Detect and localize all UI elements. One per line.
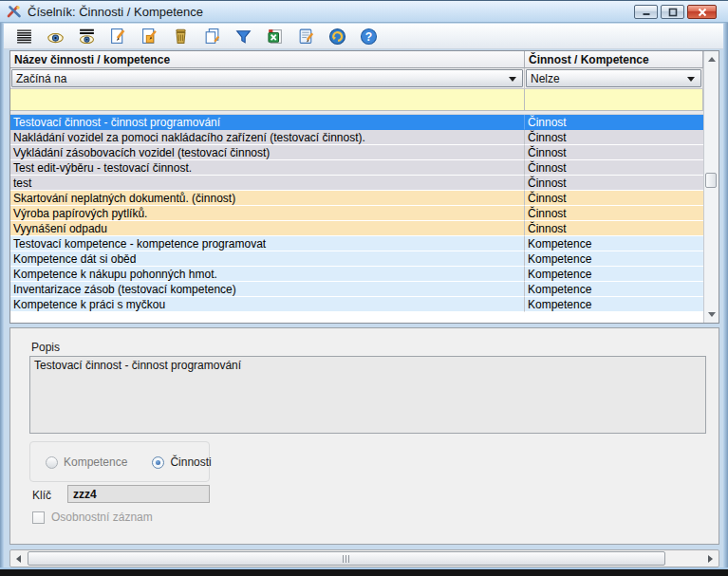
window-border bbox=[0, 569, 728, 576]
cell-name[interactable]: Test edit-výběru - testovací činnost. bbox=[10, 160, 525, 176]
name-filter-value: Začíná na bbox=[16, 72, 66, 85]
radio-button[interactable] bbox=[46, 456, 58, 469]
delete-record-button[interactable] bbox=[169, 26, 192, 47]
cell-name[interactable]: Vykládání zásobovacích vozidel (testovac… bbox=[10, 145, 525, 160]
close-icon bbox=[698, 8, 707, 17]
radio-item-cinnosti[interactable]: Činnosti bbox=[152, 455, 211, 469]
edit-note-button[interactable] bbox=[294, 26, 317, 47]
table-row[interactable]: Nakládání vozidel za pomoci nakládacího … bbox=[10, 130, 703, 145]
cell-name[interactable]: Výroba papírových pytlíků. bbox=[10, 206, 525, 221]
cell-type[interactable]: Kompetence bbox=[525, 267, 703, 282]
radio-label-cinnosti: Činnosti bbox=[170, 455, 211, 469]
minimize-button[interactable] bbox=[634, 5, 658, 19]
type-search-input[interactable] bbox=[525, 89, 703, 110]
table-row[interactable]: Kompetence k práci s myčkouKompetence bbox=[10, 297, 703, 312]
chevron-down-icon bbox=[509, 77, 516, 82]
table-row[interactable]: Výroba papírových pytlíků.Činnost bbox=[10, 206, 703, 221]
horizontal-scrollbar[interactable] bbox=[9, 549, 719, 567]
search-row bbox=[10, 89, 703, 111]
cell-type[interactable]: Činnost bbox=[525, 145, 703, 160]
filter-row: Začíná na Nelze bbox=[10, 68, 703, 89]
cell-name[interactable]: Testovací činnost - činnost programování bbox=[10, 115, 525, 130]
triangle-down-icon bbox=[708, 312, 716, 317]
cell-name[interactable]: Testovací kompetence - kompetence progra… bbox=[10, 236, 525, 251]
table-row[interactable]: Kompetence dát si obědKompetence bbox=[10, 251, 703, 267]
cell-type[interactable]: Kompetence bbox=[525, 297, 703, 312]
cell-type[interactable]: Kompetence bbox=[525, 251, 703, 267]
key-field[interactable]: zzz4 bbox=[67, 485, 210, 503]
cell-type[interactable]: Činnost bbox=[525, 160, 703, 176]
radio-button[interactable] bbox=[152, 456, 164, 469]
maximize-button[interactable] bbox=[661, 5, 684, 19]
toolbar: ? bbox=[4, 24, 724, 49]
cell-name[interactable]: Inventarizace zásob (testovací kompetenc… bbox=[10, 282, 525, 297]
edit-note-icon bbox=[297, 28, 315, 46]
filter-icon bbox=[234, 28, 252, 46]
scroll-right-button[interactable] bbox=[702, 550, 719, 567]
vertical-scrollbar-thumb[interactable] bbox=[705, 173, 717, 188]
table-row[interactable]: Kompetence k nákupu pohonných hmot.Kompe… bbox=[10, 267, 703, 282]
radio-label-kompetence: Kompetence bbox=[64, 455, 127, 469]
radio-item-kompetence[interactable]: Kompetence bbox=[46, 455, 127, 469]
help-button[interactable]: ? bbox=[357, 26, 380, 47]
window-border bbox=[0, 23, 4, 567]
table-row[interactable]: Test edit-výběru - testovací činnost.Čin… bbox=[10, 160, 703, 176]
cell-name[interactable]: Kompetence k nákupu pohonných hmot. bbox=[10, 267, 525, 282]
cell-name[interactable]: Vyynášení odpadu bbox=[10, 221, 525, 236]
scroll-up-button[interactable] bbox=[704, 52, 719, 66]
new-record-icon bbox=[109, 28, 127, 46]
svg-text:?: ? bbox=[364, 29, 371, 43]
column-header-type[interactable]: Činnost / Kompetence bbox=[525, 51, 703, 68]
scroll-left-button[interactable] bbox=[10, 550, 27, 567]
name-filter-dropdown[interactable]: Začíná na bbox=[11, 69, 523, 87]
table-row[interactable]: Testovací kompetence - kompetence progra… bbox=[10, 236, 703, 251]
rows-list-icon bbox=[15, 28, 33, 46]
type-filter-dropdown[interactable]: Nelze bbox=[526, 69, 701, 87]
cell-name[interactable]: Kompetence k práci s myčkou bbox=[10, 297, 525, 312]
cell-name[interactable]: Skartování neplatných dokumentů. (činnos… bbox=[10, 191, 525, 206]
cell-type[interactable]: Činnost bbox=[525, 115, 703, 130]
vertical-scrollbar[interactable] bbox=[703, 51, 719, 323]
description-textarea[interactable]: Testovací činnost - činnost programování bbox=[29, 356, 706, 434]
new-record-button[interactable] bbox=[106, 26, 129, 47]
copy-record-button[interactable] bbox=[200, 26, 223, 47]
cell-type[interactable]: Kompetence bbox=[525, 282, 703, 297]
horizontal-scrollbar-thumb[interactable] bbox=[28, 551, 665, 566]
cell-name[interactable]: Nakládání vozidel za pomoci nakládacího … bbox=[10, 130, 525, 145]
cell-type[interactable]: Činnost bbox=[525, 191, 703, 206]
view-eye-icon bbox=[47, 28, 65, 46]
delete-record-icon bbox=[172, 28, 190, 46]
edit-record-button[interactable] bbox=[138, 26, 160, 47]
cell-type[interactable]: Kompetence bbox=[525, 236, 703, 251]
name-search-input[interactable] bbox=[10, 89, 525, 110]
view-columns-button[interactable] bbox=[75, 26, 98, 47]
filter-button[interactable] bbox=[232, 26, 254, 47]
table-row[interactable]: Inventarizace zásob (testovací kompetenc… bbox=[10, 282, 703, 297]
table-row[interactable]: Vyynášení odpaduČinnost bbox=[10, 221, 703, 236]
table-row[interactable]: Vykládání zásobovacích vozidel (testovac… bbox=[10, 145, 703, 160]
table-row[interactable]: Testovací činnost - činnost programování… bbox=[10, 115, 703, 130]
rows-list-button[interactable] bbox=[12, 26, 35, 47]
scroll-down-button[interactable] bbox=[704, 307, 719, 322]
personal-record-label: Osobnostní záznam bbox=[51, 511, 153, 524]
refresh-button[interactable] bbox=[326, 26, 348, 47]
personal-record-checkbox[interactable] bbox=[32, 511, 45, 524]
cell-type[interactable]: Činnost bbox=[525, 221, 703, 236]
cell-name[interactable]: Kompetence dát si oběd bbox=[10, 251, 525, 267]
cell-type[interactable]: Činnost bbox=[525, 130, 703, 145]
cell-type[interactable]: Činnost bbox=[525, 176, 703, 191]
cell-name[interactable]: test bbox=[10, 176, 525, 191]
window-controls bbox=[634, 5, 717, 19]
excel-export-icon bbox=[266, 28, 284, 46]
view-button[interactable] bbox=[44, 26, 66, 47]
triangle-right-icon bbox=[708, 555, 713, 563]
table-row[interactable]: testČinnost bbox=[10, 176, 703, 191]
column-header-name[interactable]: Název činnosti / kompetence bbox=[10, 51, 525, 68]
excel-export-button[interactable] bbox=[263, 26, 286, 47]
triangle-up-icon bbox=[708, 57, 716, 62]
minimize-icon bbox=[642, 8, 651, 16]
personal-record-row[interactable]: Osobnostní záznam bbox=[32, 511, 153, 524]
cell-type[interactable]: Činnost bbox=[525, 206, 703, 221]
table-row[interactable]: Skartování neplatných dokumentů. (činnos… bbox=[10, 191, 703, 206]
close-button[interactable] bbox=[687, 5, 717, 19]
